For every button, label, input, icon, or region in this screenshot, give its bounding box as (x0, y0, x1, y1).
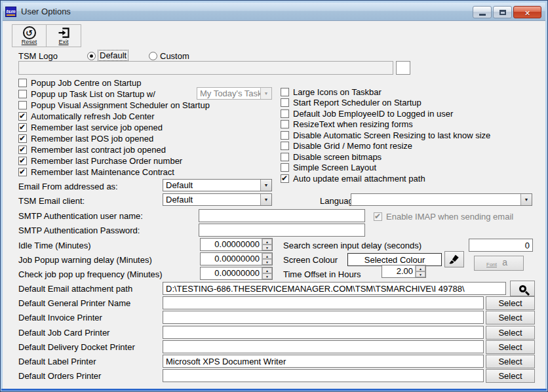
spin-down-icon[interactable] (416, 271, 425, 277)
checkbox-label[interactable]: Auto update email attachment path (293, 174, 425, 184)
dropdown-arrow-icon[interactable] (520, 194, 532, 205)
logo-custom-radio[interactable] (149, 52, 157, 60)
job-card-printer-input[interactable] (163, 326, 484, 339)
spinner-buttons (262, 239, 272, 250)
logo-default-radio[interactable] (87, 52, 96, 60)
checkbox-label[interactable]: ResizeText when resizing forms (293, 119, 413, 129)
tsm-email-client-dropdown[interactable]: Default (163, 193, 272, 206)
checkbox-label[interactable]: Automatically refresh Job Center (31, 111, 155, 121)
logo-default-radio-label[interactable]: Default (98, 50, 128, 60)
checkbox-default-job-employeeid: Default Job EmployeeID to Logged in user (281, 109, 453, 119)
checkbox-box[interactable] (18, 123, 27, 132)
maximize-button[interactable] (493, 6, 512, 18)
spin-down-icon[interactable] (262, 259, 272, 265)
invoice-printer-input[interactable] (163, 311, 484, 324)
checkbox-label[interactable]: Popup up Task List on Startup w/ (31, 89, 155, 99)
checkbox-label[interactable]: Remember last contract job opened (31, 145, 166, 155)
checkbox-label[interactable]: Start Report Scheduler on Startup (293, 98, 421, 108)
label-printer-input[interactable]: Microsoft XPS Document Writer (163, 355, 484, 368)
label-printer-select-button[interactable]: Select (486, 355, 535, 368)
checkbox-label[interactable]: Disable screen bitmaps (293, 152, 382, 162)
popup-frequency-value[interactable]: 0.00000000 (201, 267, 262, 279)
email-from-dropdown[interactable]: Default (163, 179, 272, 191)
dropdown-arrow-icon[interactable] (260, 194, 271, 205)
checkbox-label: Enable IMAP when sending email (386, 212, 513, 222)
search-delay-input[interactable]: 0 (469, 239, 533, 252)
browse-path-button[interactable] (510, 281, 535, 296)
smtp-username-input[interactable] (199, 209, 365, 222)
spin-up-icon[interactable] (416, 265, 425, 271)
email-attachment-path-label: Default Email attachment path (18, 284, 132, 294)
checkbox-auto-update-email-path: Auto update email attachment path (281, 174, 425, 184)
orders-printer-input[interactable] (163, 369, 484, 382)
checkbox-label[interactable]: Large Icons on Taskbar (293, 87, 382, 97)
idle-time-spinner[interactable]: 0.00000000 (200, 238, 273, 251)
logo-custom-radio-label[interactable]: Custom (160, 51, 189, 61)
checkbox-box[interactable] (281, 88, 289, 96)
reset-button[interactable]: Reset (12, 24, 47, 47)
checkbox-box[interactable] (281, 163, 289, 172)
checkbox-label[interactable]: Popup Visual Assignment Scheduler on Sta… (31, 100, 210, 110)
checkbox-label[interactable]: Remember last POS job opened (31, 134, 153, 144)
screen-colour-label: Screen Colour (283, 255, 338, 265)
spin-down-icon[interactable] (262, 273, 272, 279)
checkbox-box[interactable] (281, 174, 289, 183)
popup-delay-value[interactable]: 0.00000000 (201, 253, 262, 265)
checkbox-box[interactable] (18, 90, 27, 98)
close-button[interactable] (513, 6, 541, 18)
checkbox-box[interactable] (18, 101, 27, 109)
checkbox-box[interactable] (18, 112, 27, 121)
checkbox-label[interactable]: Disable Grid / Memo font resize (293, 141, 412, 151)
smtp-password-input[interactable] (199, 224, 365, 237)
dropdown-arrow-icon[interactable] (260, 180, 271, 191)
spin-up-icon[interactable] (262, 253, 272, 259)
checkbox-box[interactable] (18, 79, 27, 87)
checkbox-label[interactable]: Simple Screen Layout (293, 163, 376, 172)
checkbox-label[interactable]: Popup Job Centre on Startup (31, 78, 141, 88)
spin-down-icon[interactable] (262, 245, 272, 250)
task-list-dropdown: My Today's Tasks (197, 87, 272, 100)
tsm-email-client-label: TSM Email client: (18, 196, 85, 206)
checkbox-box[interactable] (281, 109, 289, 118)
logo-browse-button[interactable] (396, 61, 410, 75)
time-offset-spinner[interactable]: 2.00 (382, 265, 426, 278)
popup-frequency-spinner[interactable]: 0.00000000 (200, 267, 273, 280)
checkbox-box[interactable] (18, 134, 27, 143)
idle-time-value[interactable]: 0.00000000 (201, 239, 262, 250)
paintbrush-icon (448, 254, 460, 265)
font-button-label: Font (486, 262, 497, 267)
popup-delay-spinner[interactable]: 0.00000000 (200, 252, 273, 265)
time-offset-value[interactable]: 2.00 (382, 265, 415, 277)
delivery-docket-printer-input[interactable] (163, 340, 484, 353)
checkbox-box[interactable] (18, 146, 27, 154)
email-attachment-path-input[interactable]: D:\TESTING-686.THESERVICEMANAGER.COM\TSM… (163, 282, 506, 295)
spin-up-icon[interactable] (262, 267, 272, 273)
checkbox-box[interactable] (281, 153, 289, 161)
delivery-docket-printer-select-button[interactable]: Select (486, 340, 535, 354)
exit-button[interactable]: Exit (47, 24, 81, 47)
colour-picker-button[interactable] (444, 251, 464, 267)
email-from-label: Email From addressed as: (18, 182, 118, 191)
checkbox-label[interactable]: Remember last service job opened (31, 123, 163, 132)
general-printer-input[interactable] (163, 296, 484, 309)
email-from-dropdown-value: Default (163, 180, 260, 191)
checkbox-label[interactable]: Remember last Maintenance Contract (31, 167, 174, 177)
job-card-printer-select-button[interactable]: Select (486, 326, 535, 340)
checkbox-box[interactable] (281, 142, 289, 150)
checkbox-box[interactable] (281, 131, 289, 140)
general-printer-select-button[interactable]: Select (486, 296, 535, 310)
minimize-button[interactable] (473, 6, 492, 18)
orders-printer-select-button[interactable]: Select (486, 369, 535, 383)
checkbox-label[interactable]: Disable Automatic Screen Resizing to las… (293, 130, 490, 140)
checkbox-popup-task-list: Popup up Task List on Startup w/ (18, 89, 155, 99)
checkbox-box[interactable] (281, 98, 289, 107)
spin-up-icon[interactable] (262, 239, 272, 245)
checkbox-auto-refresh-job-center: Automatically refresh Job Center (18, 111, 155, 121)
checkbox-box[interactable] (281, 120, 289, 128)
checkbox-label[interactable]: Remember last Purchase Order number (31, 156, 182, 166)
invoice-printer-select-button[interactable]: Select (486, 311, 535, 324)
checkbox-box[interactable] (18, 157, 27, 165)
language-dropdown[interactable] (351, 193, 532, 206)
checkbox-box[interactable] (18, 168, 27, 176)
checkbox-label[interactable]: Default Job EmployeeID to Logged in user (293, 109, 453, 119)
